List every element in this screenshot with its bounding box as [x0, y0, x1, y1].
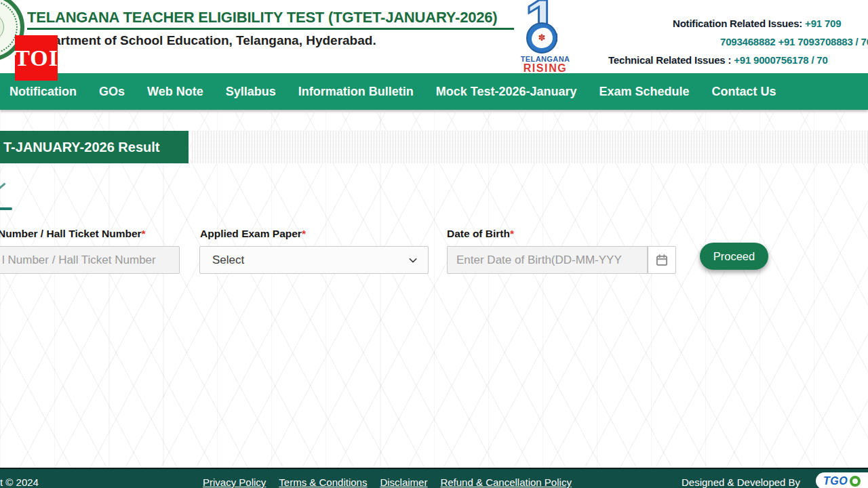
required-asterisk: *: [142, 228, 146, 239]
required-asterisk: *: [302, 228, 306, 239]
footer-links: Privacy Policy Terms & Conditions Discla…: [203, 476, 572, 488]
nav-item-contact-us[interactable]: Contact Us: [712, 85, 776, 99]
tgo-logo[interactable]: TGO: [816, 472, 868, 488]
exam-paper-select[interactable]: Select: [199, 246, 429, 274]
footer-link-terms-conditions[interactable]: Terms & Conditions: [279, 476, 367, 488]
section-underline: [0, 207, 12, 210]
dob-input[interactable]: [447, 246, 648, 274]
globe-icon: ✽: [526, 22, 557, 54]
tgo-logo-text: TGO: [823, 475, 848, 487]
nav-item-information-bulletin[interactable]: Information Bulletin: [298, 85, 414, 99]
nav-item-syllabus[interactable]: Syllabus: [226, 85, 276, 99]
contact-phone: +91 709: [802, 18, 841, 29]
contact-line-technical: Technical Related Issues : +91 900075617…: [608, 54, 828, 66]
copyright-text: t © 2024: [0, 476, 39, 488]
contact-phone: +91 9000756178 / 70: [731, 54, 827, 66]
footer-link-refund-cancellation[interactable]: Refund & Cancellation Policy: [440, 476, 571, 488]
exam-paper-label-text: Applied Exam Paper: [200, 228, 302, 239]
header: TELANGANA TEACHER ELIGIBILITY TEST (TGTE…: [0, 0, 868, 73]
credit-text: Designed & Developed By: [682, 476, 800, 488]
dob-label: Date of Birth*: [447, 228, 514, 240]
telangana-rising-logo: 1 ✽ TELANGANA RISING: [514, 0, 576, 72]
title-underline: [27, 28, 514, 30]
footer-link-privacy-policy[interactable]: Privacy Policy: [203, 476, 266, 488]
footer-link-disclaimer[interactable]: Disclaimer: [380, 476, 427, 488]
flower-icon: ✽: [538, 33, 546, 43]
hall-ticket-label: Number / Hall Ticket Number*: [0, 228, 146, 240]
contact-label: Notification Related Issues:: [673, 18, 802, 29]
required-asterisk: *: [510, 228, 514, 239]
nav-item-web-note[interactable]: Web Note: [147, 85, 203, 99]
dob-label-text: Date of Birth: [447, 228, 510, 239]
hall-ticket-label-text: Number / Hall Ticket Number: [0, 228, 142, 239]
chevron-down-icon: [408, 255, 418, 266]
page-title: TELANGANA TEACHER ELIGIBILITY TEST (TGTE…: [27, 9, 497, 26]
result-banner: T-JANUARY-2026 Result: [0, 131, 189, 163]
hall-ticket-input[interactable]: [0, 246, 180, 274]
page-subtitle: Department of School Education, Telangan…: [29, 33, 376, 48]
nav-item-mock-test[interactable]: Mock Test-2026-January: [436, 85, 577, 99]
contact-phone: 7093468882 +91 7093708883 / 709: [720, 36, 868, 47]
dob-calendar-button[interactable]: [648, 246, 676, 274]
exam-paper-selected-value: Select: [212, 253, 408, 267]
proceed-button[interactable]: Proceed: [700, 243, 768, 270]
tgo-ring-icon: [850, 476, 861, 487]
contact-label: Technical Related Issues :: [608, 54, 731, 66]
toi-watermark-badge: TOI: [15, 35, 58, 81]
calendar-icon: [655, 253, 669, 267]
exam-paper-label: Applied Exam Paper*: [200, 228, 306, 240]
background-pattern: [0, 113, 868, 468]
nav-item-notification[interactable]: Notification: [9, 85, 77, 99]
main-nav: Notification GOs Web Note Syllabus Infor…: [0, 73, 868, 110]
nav-item-exam-schedule[interactable]: Exam Schedule: [599, 85, 689, 99]
nav-item-gos[interactable]: GOs: [99, 85, 125, 99]
tgtet-result-page: TELANGANA TEACHER ELIGIBILITY TEST (TGTE…: [0, 0, 868, 488]
contact-line-notification: Notification Related Issues: +91 709: [673, 18, 841, 29]
footer: t © 2024 Privacy Policy Terms & Conditio…: [0, 468, 868, 488]
banner-texture-strip: [192, 131, 868, 163]
contact-line-numbers: 7093468882 +91 7093708883 / 709: [720, 36, 868, 47]
